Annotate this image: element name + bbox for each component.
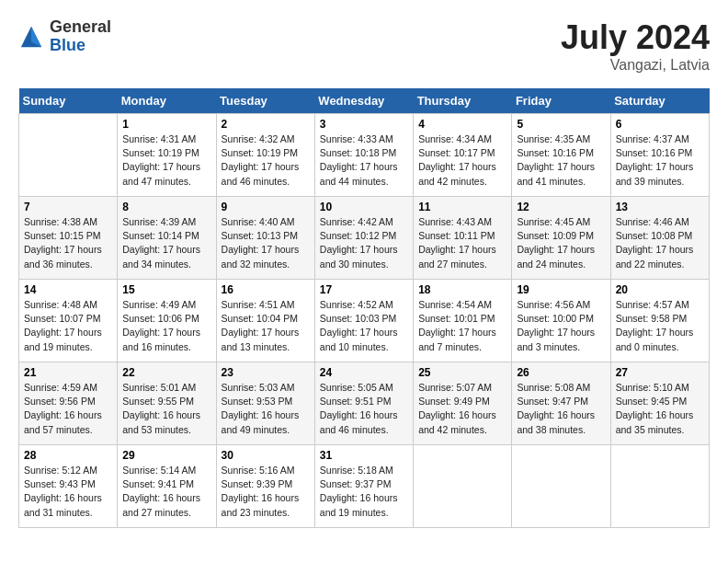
day-number: 30 — [222, 449, 310, 462]
cell-content: Sunrise: 5:08 AM Sunset: 9:47 PM Dayligh… — [517, 381, 605, 437]
page-header: General Blue July 2024 Vangazi, Latvia — [18, 18, 710, 74]
cell-content: Sunrise: 4:32 AM Sunset: 10:19 PM Daylig… — [222, 132, 310, 189]
cell-content: Sunrise: 4:56 AM Sunset: 10:00 PM Daylig… — [517, 298, 605, 354]
day-number: 24 — [320, 366, 408, 379]
day-number: 4 — [418, 118, 506, 131]
cell-content: Sunrise: 4:39 AM Sunset: 10:14 PM Daylig… — [122, 215, 210, 271]
table-row: 7Sunrise: 4:38 AM Sunset: 10:15 PM Dayli… — [19, 197, 118, 280]
day-number: 16 — [222, 283, 310, 296]
cell-content: Sunrise: 5:16 AM Sunset: 9:39 PM Dayligh… — [222, 464, 310, 520]
day-number: 12 — [517, 201, 605, 213]
day-number: 20 — [616, 283, 704, 296]
cell-content: Sunrise: 5:01 AM Sunset: 9:55 PM Dayligh… — [122, 381, 210, 437]
cell-content: Sunrise: 4:48 AM Sunset: 10:07 PM Daylig… — [24, 298, 112, 354]
col-thursday: Thursday — [414, 88, 512, 114]
day-number: 15 — [122, 283, 210, 296]
day-number: 28 — [24, 449, 112, 462]
table-row: 14Sunrise: 4:48 AM Sunset: 10:07 PM Dayl… — [19, 280, 118, 362]
week-row-4: 28Sunrise: 5:12 AM Sunset: 9:43 PM Dayli… — [19, 445, 710, 528]
table-row — [610, 445, 709, 528]
day-number: 26 — [517, 366, 605, 379]
column-headers: SundayMondayTuesdayWednesdayThursdayFrid… — [19, 88, 710, 114]
logo-general: General — [50, 18, 111, 37]
table-row: 31Sunrise: 5:18 AM Sunset: 9:37 PM Dayli… — [314, 445, 413, 528]
logo-icon — [18, 24, 44, 50]
day-number: 22 — [122, 366, 210, 379]
cell-content: Sunrise: 4:43 AM Sunset: 10:11 PM Daylig… — [418, 215, 506, 271]
cell-content: Sunrise: 5:03 AM Sunset: 9:53 PM Dayligh… — [222, 381, 310, 437]
table-row: 25Sunrise: 5:07 AM Sunset: 9:49 PM Dayli… — [414, 362, 512, 445]
cell-content: Sunrise: 4:49 AM Sunset: 10:06 PM Daylig… — [122, 298, 210, 354]
logo: General Blue — [18, 18, 111, 55]
table-row: 17Sunrise: 4:52 AM Sunset: 10:03 PM Dayl… — [314, 280, 413, 362]
table-row: 3Sunrise: 4:33 AM Sunset: 10:18 PM Dayli… — [314, 114, 413, 197]
col-wednesday: Wednesday — [314, 88, 413, 114]
table-row: 26Sunrise: 5:08 AM Sunset: 9:47 PM Dayli… — [512, 362, 610, 445]
cell-content: Sunrise: 4:59 AM Sunset: 9:56 PM Dayligh… — [24, 381, 112, 437]
title-block: July 2024 Vangazi, Latvia — [561, 18, 710, 74]
table-row: 6Sunrise: 4:37 AM Sunset: 10:16 PM Dayli… — [610, 114, 709, 197]
day-number: 6 — [616, 118, 704, 131]
day-number: 7 — [24, 201, 112, 213]
table-row: 19Sunrise: 4:56 AM Sunset: 10:00 PM Dayl… — [512, 280, 610, 362]
table-row: 23Sunrise: 5:03 AM Sunset: 9:53 PM Dayli… — [216, 362, 314, 445]
day-number: 14 — [24, 283, 112, 296]
table-row: 1Sunrise: 4:31 AM Sunset: 10:19 PM Dayli… — [118, 114, 216, 197]
day-number: 25 — [418, 366, 506, 379]
table-row: 8Sunrise: 4:39 AM Sunset: 10:14 PM Dayli… — [118, 197, 216, 280]
cell-content: Sunrise: 5:10 AM Sunset: 9:45 PM Dayligh… — [616, 381, 704, 437]
day-number: 19 — [517, 283, 605, 296]
day-number: 11 — [418, 201, 506, 213]
table-row: 20Sunrise: 4:57 AM Sunset: 9:58 PM Dayli… — [610, 280, 709, 362]
table-row: 16Sunrise: 4:51 AM Sunset: 10:04 PM Dayl… — [216, 280, 314, 362]
table-row: 27Sunrise: 5:10 AM Sunset: 9:45 PM Dayli… — [610, 362, 709, 445]
table-row: 29Sunrise: 5:14 AM Sunset: 9:41 PM Dayli… — [118, 445, 216, 528]
cell-content: Sunrise: 4:45 AM Sunset: 10:09 PM Daylig… — [517, 215, 605, 271]
day-number: 21 — [24, 366, 112, 379]
cell-content: Sunrise: 4:46 AM Sunset: 10:08 PM Daylig… — [616, 215, 704, 271]
cell-content: Sunrise: 4:35 AM Sunset: 10:16 PM Daylig… — [517, 132, 605, 189]
col-monday: Monday — [118, 88, 216, 114]
day-number: 29 — [122, 449, 210, 462]
day-number: 9 — [222, 201, 310, 213]
day-number: 27 — [616, 366, 704, 379]
day-number: 5 — [517, 118, 605, 131]
cell-content: Sunrise: 5:07 AM Sunset: 9:49 PM Dayligh… — [418, 381, 506, 437]
cell-content: Sunrise: 4:37 AM Sunset: 10:16 PM Daylig… — [616, 132, 704, 189]
col-tuesday: Tuesday — [216, 88, 314, 114]
table-row: 21Sunrise: 4:59 AM Sunset: 9:56 PM Dayli… — [19, 362, 118, 445]
table-row: 2Sunrise: 4:32 AM Sunset: 10:19 PM Dayli… — [216, 114, 314, 197]
location: Vangazi, Latvia — [561, 57, 710, 74]
table-row: 24Sunrise: 5:05 AM Sunset: 9:51 PM Dayli… — [314, 362, 413, 445]
day-number: 17 — [320, 283, 408, 296]
day-number: 23 — [222, 366, 310, 379]
week-row-0: 1Sunrise: 4:31 AM Sunset: 10:19 PM Dayli… — [19, 114, 710, 197]
cell-content: Sunrise: 4:33 AM Sunset: 10:18 PM Daylig… — [320, 132, 408, 189]
cell-content: Sunrise: 5:18 AM Sunset: 9:37 PM Dayligh… — [320, 464, 408, 520]
table-row: 13Sunrise: 4:46 AM Sunset: 10:08 PM Dayl… — [610, 197, 709, 280]
cell-content: Sunrise: 4:42 AM Sunset: 10:12 PM Daylig… — [320, 215, 408, 271]
logo-blue: Blue — [50, 37, 111, 55]
calendar-table: SundayMondayTuesdayWednesdayThursdayFrid… — [18, 88, 710, 528]
cell-content: Sunrise: 4:40 AM Sunset: 10:13 PM Daylig… — [222, 215, 310, 271]
table-row: 22Sunrise: 5:01 AM Sunset: 9:55 PM Dayli… — [118, 362, 216, 445]
table-row: 30Sunrise: 5:16 AM Sunset: 9:39 PM Dayli… — [216, 445, 314, 528]
table-row: 15Sunrise: 4:49 AM Sunset: 10:06 PM Dayl… — [118, 280, 216, 362]
day-number: 10 — [320, 201, 408, 213]
col-saturday: Saturday — [610, 88, 709, 114]
cell-content: Sunrise: 5:05 AM Sunset: 9:51 PM Dayligh… — [320, 381, 408, 437]
cell-content: Sunrise: 4:57 AM Sunset: 9:58 PM Dayligh… — [616, 298, 704, 354]
table-row: 28Sunrise: 5:12 AM Sunset: 9:43 PM Dayli… — [19, 445, 118, 528]
day-number: 31 — [320, 449, 408, 462]
week-row-2: 14Sunrise: 4:48 AM Sunset: 10:07 PM Dayl… — [19, 280, 710, 362]
logo-text: General Blue — [50, 18, 111, 55]
day-number: 1 — [122, 118, 210, 131]
week-row-3: 21Sunrise: 4:59 AM Sunset: 9:56 PM Dayli… — [19, 362, 710, 445]
day-number: 8 — [122, 201, 210, 213]
table-row: 10Sunrise: 4:42 AM Sunset: 10:12 PM Dayl… — [314, 197, 413, 280]
cell-content: Sunrise: 4:54 AM Sunset: 10:01 PM Daylig… — [418, 298, 506, 354]
cell-content: Sunrise: 4:52 AM Sunset: 10:03 PM Daylig… — [320, 298, 408, 354]
col-sunday: Sunday — [19, 88, 118, 114]
table-row: 18Sunrise: 4:54 AM Sunset: 10:01 PM Dayl… — [414, 280, 512, 362]
table-row — [19, 114, 118, 197]
